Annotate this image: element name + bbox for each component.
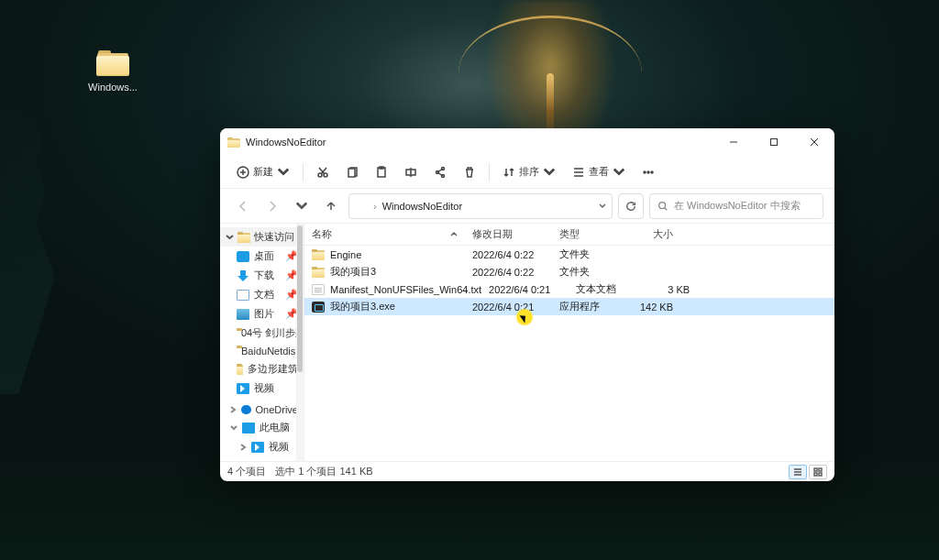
item-count: 4 个项目 xyxy=(227,465,266,478)
sort-button[interactable]: 排序 xyxy=(495,161,563,182)
svg-point-13 xyxy=(651,171,653,173)
table-row[interactable]: Engine 2022/6/4 0:22 文件夹 xyxy=(304,246,834,263)
exe-icon xyxy=(312,302,325,313)
chevron-down-icon xyxy=(226,233,234,241)
selection-info: 选中 1 个项目 141 KB xyxy=(275,465,372,478)
sidebar-item-documents[interactable]: 文档📌 xyxy=(220,285,304,304)
recent-locations-button[interactable] xyxy=(290,194,314,218)
copy-button[interactable] xyxy=(338,162,366,182)
sidebar-item-downloads[interactable]: 下载📌 xyxy=(220,266,304,285)
document-icon xyxy=(237,290,249,301)
chevron-down-icon xyxy=(229,423,238,432)
chevron-right-icon xyxy=(229,406,237,414)
table-row[interactable]: 我的项目3 2022/6/4 0:22 文件夹 xyxy=(304,263,834,280)
rename-button[interactable] xyxy=(397,162,425,182)
text-file-icon xyxy=(312,284,325,295)
address-bar[interactable]: › WindowsNoEditor xyxy=(348,193,613,219)
folder-icon xyxy=(237,364,243,375)
details-view-button[interactable] xyxy=(789,465,807,479)
status-bar: 4 个项目 选中 1 个项目 141 KB xyxy=(220,461,834,481)
sidebar-onedrive[interactable]: OneDrive xyxy=(220,401,304,418)
command-bar: 新建 排序 查看 xyxy=(220,156,834,189)
sidebar-item-desktop[interactable]: 桌面📌 xyxy=(220,247,304,266)
minimize-button[interactable] xyxy=(713,128,754,156)
svg-rect-17 xyxy=(814,473,817,476)
sidebar-item-folder[interactable]: 04号 剑川步列 xyxy=(220,324,304,343)
star-icon xyxy=(238,232,250,243)
sort-label: 排序 xyxy=(519,165,539,179)
forward-button[interactable] xyxy=(260,194,284,218)
cut-button[interactable] xyxy=(309,162,337,182)
window-title: WindowsNoEditor xyxy=(246,137,326,148)
cursor-highlight xyxy=(515,308,534,326)
file-explorer-window: WindowsNoEditor 新建 排序 查看 xyxy=(220,128,834,481)
desktop-icon-label: Windows... xyxy=(88,82,138,93)
svg-rect-0 xyxy=(771,139,778,146)
sidebar-label: 快速访问 xyxy=(254,230,294,244)
wallpaper-arc xyxy=(458,16,642,131)
pictures-icon xyxy=(251,461,264,462)
icons-view-button[interactable] xyxy=(809,465,827,479)
sidebar-item-folder[interactable]: 多边形建筑 xyxy=(220,359,304,379)
ellipsis-icon xyxy=(642,166,655,179)
sidebar-item-videos[interactable]: 视频 xyxy=(220,379,304,398)
pictures-icon xyxy=(237,309,249,320)
separator xyxy=(303,163,304,181)
folder-icon xyxy=(355,201,368,211)
close-button[interactable] xyxy=(794,128,834,156)
table-row[interactable]: 我的项目3.exe 2022/6/4 0:21 应用程序 142 KB xyxy=(304,298,834,315)
scissors-icon xyxy=(316,166,329,179)
plus-circle-icon xyxy=(237,166,249,179)
sidebar-quick-access[interactable]: 快速访问 xyxy=(220,227,304,247)
svg-point-11 xyxy=(644,171,646,173)
svg-rect-18 xyxy=(819,473,822,476)
chevron-down-icon xyxy=(543,166,556,179)
refresh-button[interactable] xyxy=(618,193,644,219)
cloud-icon xyxy=(241,405,251,414)
scrollbar[interactable] xyxy=(296,224,304,461)
view-label: 查看 xyxy=(589,165,609,179)
view-button[interactable]: 查看 xyxy=(565,161,633,182)
new-label: 新建 xyxy=(253,165,273,179)
chevron-down-icon[interactable] xyxy=(599,203,606,210)
maximize-button[interactable] xyxy=(754,128,794,156)
svg-rect-4 xyxy=(348,169,355,177)
desktop-icon xyxy=(237,251,249,262)
col-name[interactable]: 名称 xyxy=(304,227,465,241)
up-button[interactable] xyxy=(319,194,343,218)
folder-icon xyxy=(96,50,129,76)
col-date[interactable]: 修改日期 xyxy=(465,227,552,241)
scrollbar-thumb[interactable] xyxy=(297,225,303,372)
breadcrumb-crumb[interactable]: WindowsNoEditor xyxy=(382,201,462,212)
sidebar-this-pc[interactable]: 此电脑 xyxy=(220,418,304,437)
share-button[interactable] xyxy=(426,162,454,182)
new-button[interactable]: 新建 xyxy=(229,161,297,182)
pc-icon xyxy=(242,423,255,434)
table-row[interactable]: Manifest_NonUFSFiles_Win64.txt 2022/6/4 … xyxy=(304,280,834,298)
sidebar-item-pictures[interactable]: 图片📌 xyxy=(220,304,304,324)
sidebar-item-pictures[interactable]: 图片 xyxy=(220,456,304,461)
svg-point-12 xyxy=(647,171,649,173)
desktop-folder-shortcut[interactable]: Windows... xyxy=(78,50,148,93)
col-size[interactable]: 大小 xyxy=(625,227,680,241)
copy-icon xyxy=(346,166,359,179)
paste-button[interactable] xyxy=(368,162,395,182)
videos-icon xyxy=(251,442,264,453)
sort-icon xyxy=(503,166,515,179)
view-toggle xyxy=(789,465,827,479)
svg-rect-15 xyxy=(814,468,817,471)
column-headers: 名称 修改日期 类型 大小 xyxy=(304,224,834,246)
rename-icon xyxy=(404,166,417,179)
titlebar[interactable]: WindowsNoEditor xyxy=(220,128,834,156)
navigation-pane[interactable]: 快速访问 桌面📌 下载📌 文档📌 图片📌 04号 剑川步列 BaiduNetdi… xyxy=(220,224,304,461)
more-button[interactable] xyxy=(635,162,662,182)
svg-point-14 xyxy=(659,202,666,208)
col-type[interactable]: 类型 xyxy=(552,227,625,241)
search-box[interactable]: 在 WindowsNoEditor 中搜索 xyxy=(649,193,823,219)
breadcrumb-separator: › xyxy=(373,201,377,212)
sort-asc-icon xyxy=(450,231,458,238)
sidebar-item-videos[interactable]: 视频 xyxy=(220,437,304,456)
delete-button[interactable] xyxy=(456,162,483,182)
back-button[interactable] xyxy=(231,194,255,218)
sidebar-item-folder[interactable]: BaiduNetdiskD xyxy=(220,343,304,359)
